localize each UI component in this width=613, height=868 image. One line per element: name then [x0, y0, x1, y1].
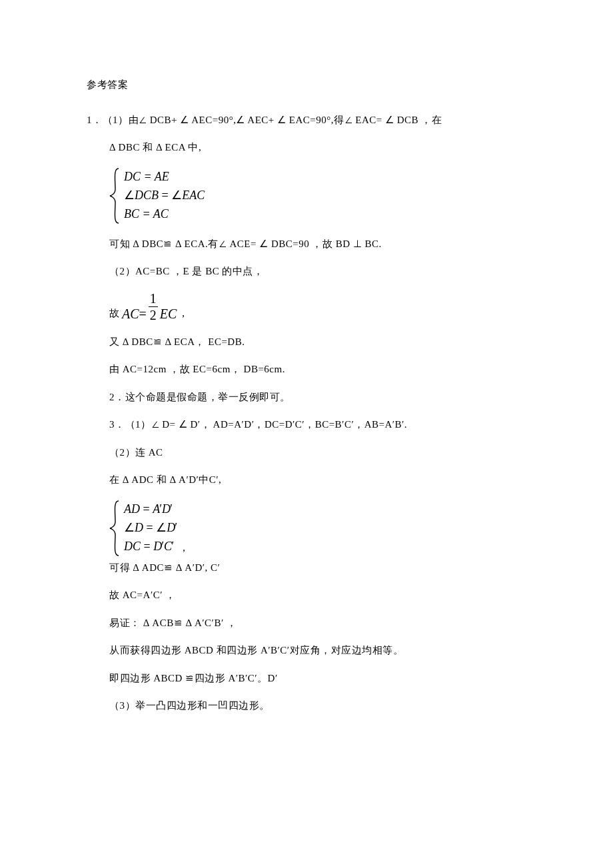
q1-step1-line2: Δ DBC 和 Δ ECA 中, — [87, 140, 526, 155]
q1-part2-line3: 由 AC=12cm ，故 EC=6cm， DB=6cm. — [87, 362, 526, 377]
fraction-prefix: 故 — [109, 307, 119, 322]
q1-part2-line2: 又 Δ DBC≌ Δ ECA， EC=DB. — [87, 334, 526, 350]
left-brace-icon — [109, 168, 121, 224]
q3-case-row3: DC = D′C′ — [124, 538, 177, 555]
q1-case-row1: DC = AE — [124, 168, 205, 185]
q3-line4: 故 AC=A′C′ ， — [87, 588, 526, 603]
q2: 2．这个命题是假命题，举一反例即可。 — [87, 390, 526, 405]
fraction-lhs: AC — [122, 306, 139, 322]
q3-part2-line1: （2）连 AC — [87, 445, 526, 460]
q1-fraction-line: 故 AC = 1 2 EC ， — [87, 292, 526, 322]
left-brace-icon — [109, 500, 121, 556]
q3-cases-system: AD = A′D′ ∠D = ∠D′ DC = D′C′ ， — [87, 500, 526, 556]
q1-case-row2: ∠DCB = ∠EAC — [124, 187, 205, 204]
q3-part2-line2: 在 Δ ADC 和 Δ A′D′中C′, — [87, 472, 526, 488]
q1-cases-system: DC = AE ∠DCB = ∠EAC BC = AC — [87, 168, 526, 224]
fraction: 1 2 — [149, 292, 158, 322]
q1-case-row3: BC = AC — [124, 205, 205, 222]
q3-cases-body: AD = A′D′ ∠D = ∠D′ DC = D′C′ — [124, 500, 177, 556]
q3-line3: 可得 Δ ADC≌ Δ A′D′, C′ — [87, 560, 526, 576]
q3-case-row1: AD = A′D′ — [124, 500, 177, 518]
heading-answers: 参考答案 — [87, 77, 526, 93]
q3-line5: 易证： Δ ACB≌ Δ A′C′B′ ， — [87, 616, 526, 631]
q1-step1-line1: 1．（1）由∠ DCB+ ∠ AEC=90°,∠ AEC+ ∠ EAC=90°,… — [87, 113, 526, 128]
fraction-bar — [149, 306, 158, 307]
q1-part2-line1: （2）AC=BC ，E 是 BC 的中点， — [87, 264, 526, 279]
q1-conclusion1: 可知 Δ DBC≌ Δ ECA.有∠ ACE= ∠ DBC=90 ，故 BD ⊥… — [87, 236, 526, 252]
q3-case-row2: ∠D = ∠D′ — [124, 519, 177, 536]
q1-cases-body: DC = AE ∠DCB = ∠EAC BC = AC — [124, 168, 205, 224]
fraction-den: 2 — [149, 308, 158, 322]
fraction-num: 1 — [149, 292, 158, 305]
q3-line6: 从而获得四边形 ABCD 和四边形 A′B′C′对应角，对应边均相等。 — [87, 643, 526, 658]
q3-line7: 即四边形 ABCD ≌四边形 A′B′C′。D′ — [87, 671, 526, 686]
q3-part1: 3．（1）∠ D= ∠ D′， AD=A′D′，DC=D′C′，BC=B′C′，… — [87, 417, 526, 432]
page: 参考答案 1．（1）由∠ DCB+ ∠ AEC=90°,∠ AEC+ ∠ EAC… — [0, 0, 613, 868]
fraction-eq: = — [139, 306, 147, 322]
fraction-rhs: EC — [160, 306, 177, 322]
q3-part3: （3）举一凸四边形和一凹四边形。 — [87, 698, 526, 713]
fraction-comma: ， — [178, 306, 189, 322]
q3-cases-tail: ， — [179, 541, 189, 556]
